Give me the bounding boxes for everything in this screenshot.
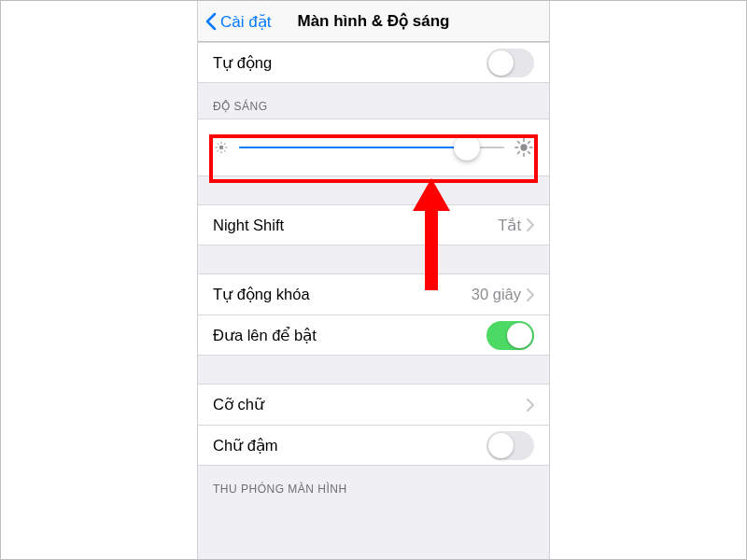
auto-brightness-switch[interactable] bbox=[486, 49, 534, 77]
svg-line-6 bbox=[224, 150, 225, 151]
brightness-high-icon bbox=[514, 137, 534, 158]
back-label: Cài đặt bbox=[220, 12, 271, 32]
brightness-low-icon bbox=[213, 139, 230, 156]
row-text-size[interactable]: Cỡ chữ bbox=[198, 384, 549, 425]
raise-to-wake-label: Đưa lên để bật bbox=[213, 327, 486, 344]
row-night-shift[interactable]: Night Shift Tắt bbox=[198, 204, 549, 245]
bold-text-label: Chữ đậm bbox=[213, 437, 486, 455]
zoom-section-header: THU PHÓNG MÀN HÌNH bbox=[198, 466, 549, 501]
night-shift-label: Night Shift bbox=[213, 217, 498, 234]
back-button[interactable]: Cài đặt bbox=[205, 1, 271, 42]
chevron-right-icon bbox=[527, 399, 534, 412]
bold-text-switch[interactable] bbox=[486, 431, 534, 460]
svg-line-15 bbox=[529, 152, 530, 154]
svg-line-7 bbox=[218, 150, 218, 151]
chevron-left-icon bbox=[205, 12, 217, 31]
settings-content: Tự động ĐỘ SÁNG bbox=[198, 42, 549, 559]
phone-screen: Cài đặt Màn hình & Độ sáng Tự động ĐỘ SÁ… bbox=[197, 1, 550, 559]
svg-line-17 bbox=[529, 141, 530, 143]
text-size-label: Cỡ chữ bbox=[213, 396, 527, 413]
svg-line-16 bbox=[517, 152, 519, 154]
row-auto-brightness[interactable]: Tự động bbox=[198, 42, 549, 83]
night-shift-value: Tắt bbox=[498, 217, 521, 234]
svg-line-8 bbox=[224, 144, 225, 145]
row-auto-lock[interactable]: Tự động khóa 30 giây bbox=[198, 273, 549, 315]
brightness-section-header: ĐỘ SÁNG bbox=[198, 83, 549, 119]
brightness-slider-thumb[interactable] bbox=[454, 134, 480, 161]
chevron-right-icon bbox=[527, 288, 534, 301]
svg-line-14 bbox=[517, 141, 519, 143]
svg-point-9 bbox=[520, 144, 527, 150]
brightness-slider[interactable] bbox=[239, 134, 504, 161]
row-bold-text[interactable]: Chữ đậm bbox=[198, 425, 549, 466]
svg-line-5 bbox=[218, 144, 218, 145]
auto-lock-label: Tự động khóa bbox=[213, 286, 472, 303]
row-raise-to-wake[interactable]: Đưa lên để bật bbox=[198, 315, 549, 356]
raise-to-wake-switch[interactable] bbox=[486, 321, 534, 350]
chevron-right-icon bbox=[527, 218, 534, 231]
page-title: Màn hình & Độ sáng bbox=[298, 11, 450, 31]
auto-brightness-label: Tự động bbox=[213, 54, 486, 72]
svg-point-0 bbox=[219, 146, 224, 150]
auto-lock-value: 30 giây bbox=[472, 286, 521, 303]
nav-bar: Cài đặt Màn hình & Độ sáng bbox=[198, 1, 549, 42]
brightness-slider-row bbox=[198, 119, 549, 176]
